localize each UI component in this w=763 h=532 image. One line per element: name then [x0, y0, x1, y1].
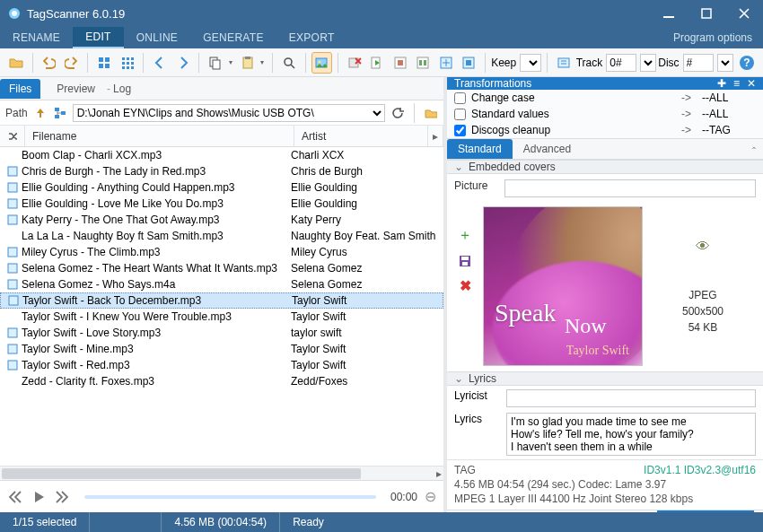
- add-cover-icon[interactable]: ＋: [458, 226, 472, 245]
- action4-button[interactable]: [459, 52, 480, 74]
- copy-dropdown-button[interactable]: [205, 52, 234, 74]
- file-row[interactable]: Miley Cyrus - The Climb.mp3Miley Cyrus: [0, 244, 443, 260]
- maximize-button[interactable]: [688, 0, 725, 27]
- file-list[interactable]: Boom Clap - Charli XCX.mp3Charli XCXChri…: [0, 147, 443, 466]
- file-row[interactable]: Taylor Swift - Mine.mp3Taylor Swift: [0, 341, 443, 357]
- svg-rect-49: [8, 344, 17, 353]
- cover-image[interactable]: Speak Now Taylor Swift: [483, 206, 643, 366]
- remove-cover-icon[interactable]: ✖: [460, 277, 471, 294]
- action2-button[interactable]: [413, 52, 434, 74]
- picture-toggle-button[interactable]: [311, 52, 333, 74]
- large-icons-button[interactable]: [93, 52, 115, 74]
- small-icons-button[interactable]: [117, 52, 138, 74]
- file-row[interactable]: Taylor Swift - Red.mp3Taylor Swift: [0, 357, 443, 373]
- seek-bar[interactable]: [84, 495, 376, 499]
- help-button[interactable]: ?: [737, 52, 759, 74]
- file-artist: Naughty Boy Feat. Sam Smith: [291, 230, 440, 242]
- file-row[interactable]: Ellie Goulding - Love Me Like You Do.mp3…: [0, 196, 443, 212]
- scroll-up-icon[interactable]: ˆ: [745, 146, 763, 159]
- covers-section-header[interactable]: ⌄ Embedded covers: [447, 160, 763, 174]
- add-transformation-icon[interactable]: ✚: [717, 77, 726, 90]
- prev-button[interactable]: [149, 52, 171, 74]
- transformation-checkbox[interactable]: [454, 125, 466, 136]
- player-stop-button[interactable]: ⊖: [425, 490, 436, 504]
- undo-button[interactable]: [38, 52, 59, 74]
- tab-log[interactable]: Log: [113, 79, 140, 99]
- lyrics-textarea[interactable]: [506, 413, 756, 456]
- player-play-button[interactable]: [31, 489, 47, 505]
- tab-advanced[interactable]: Advanced: [513, 139, 582, 159]
- next-button[interactable]: [172, 52, 194, 74]
- transformation-row[interactable]: Standard values->--ALL: [447, 106, 763, 122]
- picture-label: Picture: [454, 179, 499, 197]
- filename-column-header[interactable]: Filename: [25, 126, 294, 146]
- player-next-button[interactable]: [54, 489, 70, 505]
- svg-rect-44: [8, 248, 17, 257]
- transformation-row[interactable]: Discogs cleanup->--TAG: [447, 122, 763, 138]
- svg-rect-15: [127, 66, 129, 69]
- horizontal-scrollbar[interactable]: ▸: [0, 466, 443, 480]
- svg-rect-11: [122, 62, 125, 65]
- redo-button[interactable]: [61, 52, 83, 74]
- more-columns-button[interactable]: ▸: [428, 126, 443, 146]
- save-cover-icon[interactable]: [458, 254, 472, 268]
- file-row[interactable]: La La La - Naughty Boy ft Sam Smith.mp3N…: [0, 228, 443, 244]
- menu-bar: RENAME EDIT ONLINE GENERATE EXPORT Progr…: [0, 27, 763, 48]
- open-folder-button[interactable]: [5, 52, 27, 74]
- paste-dropdown-button[interactable]: [237, 52, 267, 74]
- shuffle-column-header[interactable]: [0, 126, 25, 146]
- lyrics-section-header[interactable]: ⌄ Lyrics: [447, 371, 763, 386]
- menu-edit[interactable]: EDIT: [73, 27, 124, 48]
- file-row[interactable]: Taylor Swift - Love Story.mp3taylor swif…: [0, 325, 443, 341]
- tab-files[interactable]: Files: [0, 79, 40, 99]
- tab-standard[interactable]: Standard: [447, 139, 513, 159]
- preview-eye-icon[interactable]: 👁: [696, 239, 710, 255]
- svg-rect-13: [131, 62, 134, 65]
- close-transformation-icon[interactable]: ✕: [747, 77, 756, 90]
- file-row[interactable]: Chris de Burgh - The Lady in Red.mp3Chri…: [0, 163, 443, 179]
- artist-column-header[interactable]: Artist: [294, 126, 428, 146]
- search-button[interactable]: [278, 52, 300, 74]
- transformations-list: Change case->--ALLStandard values->--ALL…: [447, 90, 763, 139]
- menu-rename[interactable]: RENAME: [0, 27, 73, 48]
- transformation-row[interactable]: Change case->--ALL: [447, 90, 763, 106]
- keep-select[interactable]: [520, 54, 541, 72]
- player-prev-button[interactable]: [7, 489, 23, 505]
- file-row[interactable]: Katy Perry - The One That Got Away.mp3Ka…: [0, 212, 443, 228]
- program-options-link[interactable]: Program options: [662, 27, 763, 48]
- refresh-icon[interactable]: [390, 106, 405, 120]
- track-select[interactable]: [640, 54, 656, 72]
- file-row[interactable]: Zedd - Clarity ft. Foxes.mp3Zedd/Foxes: [0, 373, 443, 389]
- transformation-checkbox[interactable]: [454, 92, 466, 104]
- picture-input[interactable]: [504, 179, 756, 197]
- file-artist: Miley Cyrus: [291, 246, 440, 258]
- transformation-checkbox[interactable]: [454, 109, 466, 120]
- file-row[interactable]: Selena Gomez - The Heart Wants What It W…: [0, 260, 443, 276]
- action1-button[interactable]: [390, 52, 411, 74]
- file-artist: Taylor Swift: [291, 359, 440, 371]
- disc-input[interactable]: [683, 54, 714, 72]
- path-select[interactable]: D:\Jonah EYN\Clips and Shows\Music USB O…: [73, 104, 385, 122]
- menu-export[interactable]: EXPORT: [276, 27, 347, 48]
- remove-tag-button[interactable]: [344, 52, 365, 74]
- close-button[interactable]: [725, 0, 763, 27]
- file-row[interactable]: Taylor Swift - I Knew You Were Trouble.m…: [0, 309, 443, 325]
- menu-online[interactable]: ONLINE: [124, 27, 190, 48]
- minimize-button[interactable]: [650, 0, 688, 27]
- menu-generate[interactable]: GENERATE: [190, 27, 276, 48]
- tab-preview[interactable]: Preview: [48, 79, 104, 99]
- file-row[interactable]: Ellie Goulding - Anything Could Happen.m…: [0, 179, 443, 196]
- lyricist-input[interactable]: [506, 389, 756, 407]
- up-folder-icon[interactable]: [33, 106, 48, 120]
- file-row[interactable]: Taylor Swift - Back To December.mp3Taylo…: [0, 292, 443, 309]
- explorer-icon[interactable]: [424, 106, 438, 120]
- disc-select[interactable]: [717, 54, 733, 72]
- action3-button[interactable]: [435, 52, 457, 74]
- tag-info-button[interactable]: [553, 52, 574, 74]
- settings-transformation-icon[interactable]: ≡: [733, 77, 740, 90]
- file-row[interactable]: Selena Gomez - Who Says.m4aSelena Gomez: [0, 276, 443, 292]
- track-input[interactable]: [606, 54, 636, 72]
- file-row[interactable]: Boom Clap - Charli XCX.mp3Charli XCX: [0, 147, 443, 163]
- folder-tree-icon[interactable]: [53, 106, 67, 120]
- play-file-button[interactable]: [367, 52, 389, 74]
